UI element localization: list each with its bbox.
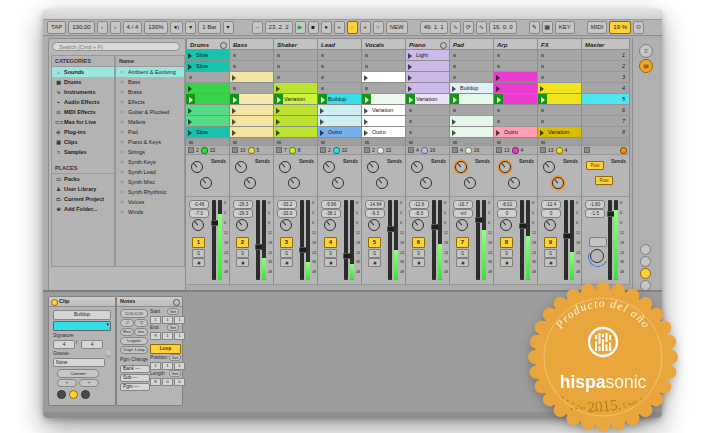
loop-position-segment[interactable]: 1 xyxy=(150,362,161,370)
master-solo-button[interactable] xyxy=(589,237,607,247)
expand-arrow-icon[interactable]: ▷ xyxy=(119,207,126,217)
empty-clip-slot[interactable] xyxy=(538,61,582,72)
clip-slot[interactable]: Variation xyxy=(362,105,406,116)
session-record-button[interactable]: ○ xyxy=(373,21,384,34)
browser-list-item[interactable]: ▷Synth Keys xyxy=(116,157,184,167)
empty-clip-slot[interactable] xyxy=(406,127,450,138)
scene-slot[interactable]: 2 xyxy=(582,61,630,72)
loop-length-segment[interactable]: 0 xyxy=(162,378,173,386)
browser-list-item[interactable]: ▷Synth Misc xyxy=(116,177,184,187)
end-time-segment[interactable]: 9 xyxy=(150,332,161,340)
clip-slot[interactable]: Variation xyxy=(538,127,582,138)
solo-button[interactable]: S xyxy=(544,249,557,258)
track-header-bass[interactable]: Bass xyxy=(230,38,274,50)
clip-slot[interactable] xyxy=(406,83,450,94)
clip-stop-icon[interactable] xyxy=(233,65,236,68)
clip-stop-icon[interactable] xyxy=(277,54,280,57)
volume-value-display[interactable]: -33.0 xyxy=(277,209,297,218)
reverse-button[interactable]: Rev xyxy=(120,328,134,336)
rail-button-1[interactable] xyxy=(640,244,651,255)
empty-clip-slot[interactable] xyxy=(494,105,538,116)
clip-stop-button[interactable] xyxy=(318,138,362,146)
clip-stop-icon[interactable] xyxy=(409,109,412,112)
browser-list-item[interactable]: ▷Pad xyxy=(116,127,184,137)
clip-stop-button[interactable] xyxy=(494,138,538,146)
clip-slot[interactable] xyxy=(230,127,274,138)
track-header-shaker[interactable]: Shaker xyxy=(274,38,318,50)
volume-value-display[interactable]: 0 xyxy=(497,209,517,218)
bank-select[interactable]: Bank --- xyxy=(120,365,150,373)
nudge-forward-button[interactable]: » xyxy=(79,379,99,387)
sidebar-item-sounds[interactable]: ♪Sounds xyxy=(52,67,114,77)
browser-list-item[interactable]: ▷Voices xyxy=(116,197,184,207)
empty-clip-slot[interactable] xyxy=(362,83,406,94)
clip-stop-icon[interactable] xyxy=(277,76,280,79)
key-map-button[interactable]: KEY xyxy=(555,21,575,34)
arm-record-button[interactable] xyxy=(456,258,469,267)
cue-volume-knob[interactable] xyxy=(590,249,604,263)
clip-stop-icon[interactable] xyxy=(497,54,500,57)
expand-arrow-icon[interactable]: ▷ xyxy=(119,197,126,207)
clip-slot[interactable] xyxy=(186,83,230,94)
empty-clip-slot[interactable] xyxy=(450,72,494,83)
scene-slot[interactable]: 3 xyxy=(582,72,630,83)
length-set-button[interactable]: Set xyxy=(169,370,181,377)
signature-denominator[interactable]: 4 xyxy=(81,340,103,349)
track-header-vocals[interactable]: Vocals xyxy=(362,38,406,50)
sidebar-item-add-folder-[interactable]: ⊕Add Folder... xyxy=(52,204,114,214)
expand-arrow-icon[interactable]: ▷ xyxy=(119,97,126,107)
volume-fader-track[interactable] xyxy=(344,200,348,280)
empty-clip-slot[interactable] xyxy=(362,50,406,61)
clip-launch-icon[interactable] xyxy=(188,53,192,59)
browser-list-item[interactable]: ▷Mallets xyxy=(116,117,184,127)
clip-slot[interactable] xyxy=(186,105,230,116)
clip-launch-icon[interactable] xyxy=(364,75,368,81)
solo-button[interactable]: S xyxy=(456,249,469,258)
clip-stop-icon[interactable] xyxy=(277,65,280,68)
playing-clip-launch-icon[interactable] xyxy=(494,94,503,104)
clip-launch-icon[interactable] xyxy=(496,130,500,136)
window-titlebar[interactable] xyxy=(43,10,662,20)
clip-stop-icon[interactable] xyxy=(497,109,500,112)
volume-value-display[interactable]: -9.3 xyxy=(365,209,385,218)
clip-slot[interactable] xyxy=(406,61,450,72)
pan-knob[interactable] xyxy=(500,219,512,231)
play-button[interactable]: ▶ xyxy=(295,21,306,34)
browser-list-item[interactable]: ▷Strings xyxy=(116,147,184,157)
rail-button-2[interactable] xyxy=(640,256,651,267)
end-time-segment[interactable]: 1 xyxy=(162,332,173,340)
pan-knob[interactable] xyxy=(412,219,424,231)
midi-map-button[interactable]: MIDI xyxy=(587,21,608,34)
track-activator-button[interactable]: 5 xyxy=(368,237,381,248)
clip-slot[interactable]: Slow xyxy=(186,50,230,61)
sidebar-item-user-library[interactable]: ♟User Library xyxy=(52,184,114,194)
browser-list-item[interactable]: ▷Winds xyxy=(116,207,184,217)
clip-stop-icon[interactable] xyxy=(321,54,324,57)
browser-list-item[interactable]: ▷Guitar & Plucked xyxy=(116,107,184,117)
sidebar-item-drums[interactable]: ▦Drums xyxy=(52,77,114,87)
clip-slot[interactable]: Buildup xyxy=(318,94,362,105)
peak-level-display[interactable]: -12.6 xyxy=(409,200,429,209)
clip-slot[interactable] xyxy=(494,83,538,94)
empty-clip-slot[interactable] xyxy=(318,83,362,94)
loop-length-segment[interactable]: 8 xyxy=(150,378,161,386)
send-a-knob[interactable] xyxy=(499,161,511,173)
sub-bank-select[interactable]: Sub --- xyxy=(120,374,150,382)
clip-stop-icon[interactable] xyxy=(541,54,544,57)
clip-stop-icon[interactable] xyxy=(321,76,324,79)
peak-level-display[interactable]: -33.2 xyxy=(277,200,297,209)
clip-stop-icon[interactable] xyxy=(541,76,544,79)
clip-launch-icon[interactable] xyxy=(408,86,412,92)
clip-launch-icon[interactable] xyxy=(232,75,236,81)
volume-value-display[interactable]: 0 xyxy=(541,209,561,218)
solo-button[interactable]: S xyxy=(236,249,249,258)
envelopes-tab-circle[interactable] xyxy=(81,390,90,399)
notes-tab-circle[interactable] xyxy=(69,390,78,399)
pan-knob[interactable] xyxy=(280,219,292,231)
send-b-knob[interactable] xyxy=(508,177,520,189)
clip-launch-icon[interactable] xyxy=(188,119,192,125)
punch-in-button[interactable]: ∿ xyxy=(450,21,461,34)
legato-button[interactable]: Legato xyxy=(120,337,148,345)
track-activator-button[interactable]: 9 xyxy=(544,237,557,248)
empty-clip-slot[interactable] xyxy=(274,61,318,72)
